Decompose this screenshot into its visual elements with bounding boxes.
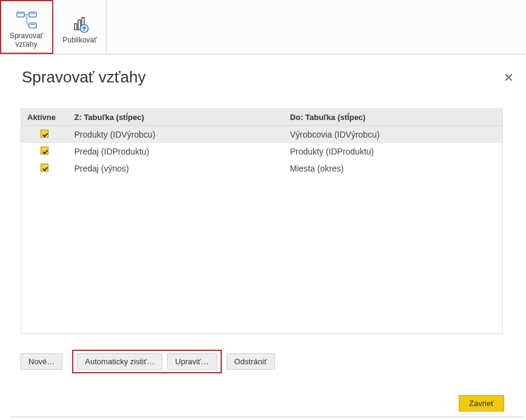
highlighted-button-group: Automaticky zistiť… Upraviť…	[72, 350, 221, 373]
relationships-icon	[16, 9, 38, 31]
active-cell	[21, 160, 68, 177]
table-row[interactable]: Produkty (IDVýrobcu)Výrobcovia (IDVýrobc…	[21, 126, 503, 144]
publish-icon	[70, 13, 90, 35]
relationships-table: Aktívne Z: Tabuľka (stĺpec) Do: Tabuľka …	[21, 108, 503, 334]
table-row[interactable]: Predaj (výnos)Miesta (okres)	[21, 160, 503, 177]
active-checkbox[interactable]	[41, 130, 48, 138]
col-header-active[interactable]: Aktívne	[21, 109, 68, 126]
col-header-to[interactable]: Do: Tabuľka (stĺpec)	[284, 109, 503, 126]
from-cell: Produkty (IDVýrobcu)	[68, 126, 284, 144]
from-cell: Predaj (IDProduktu)	[68, 143, 284, 160]
svg-rect-1	[29, 12, 36, 17]
new-button[interactable]: Nové…	[21, 353, 62, 370]
to-cell: Výrobcovia (IDVýrobcu)	[284, 126, 503, 144]
dialog-title: Spravovať vzťahy	[22, 68, 505, 87]
close-button[interactable]: Zavrieť	[459, 395, 504, 412]
table-row[interactable]: Predaj (IDProduktu)Produkty (IDProduktu)	[21, 143, 503, 160]
svg-rect-6	[75, 24, 77, 30]
svg-rect-0	[17, 12, 24, 17]
to-cell: Miesta (okres)	[284, 160, 503, 177]
to-cell: Produkty (IDProduktu)	[284, 143, 503, 160]
manage-relationships-dialog: ✕ Spravovať vzťahy Aktívne Z: Tabuľka (s…	[0, 68, 526, 412]
manage-relationships-button[interactable]: Spravovať vzťahy	[0, 0, 53, 54]
col-header-from[interactable]: Z: Tabuľka (stĺpec)	[68, 109, 284, 126]
delete-button[interactable]: Odstrániť	[227, 353, 275, 370]
active-checkbox[interactable]	[41, 147, 48, 155]
ribbon: Spravovať vzťahy Publikovať	[0, 0, 526, 55]
autodetect-button[interactable]: Automaticky zistiť…	[77, 353, 162, 370]
publish-button[interactable]: Publikovať	[53, 0, 107, 54]
active-checkbox[interactable]	[41, 164, 48, 172]
dialog-button-row: Nové… Automaticky zistiť… Upraviť… Odstr…	[21, 350, 505, 373]
from-cell: Predaj (výnos)	[68, 160, 284, 177]
dialog-footer: Zavrieť	[21, 395, 505, 412]
active-cell	[21, 126, 68, 144]
publish-label: Publikovať	[62, 36, 97, 45]
edit-button[interactable]: Upraviť…	[167, 353, 216, 370]
svg-rect-2	[29, 23, 36, 28]
manage-relationships-label: Spravovať vzťahy	[10, 32, 43, 49]
active-cell	[21, 143, 68, 160]
close-icon[interactable]: ✕	[504, 72, 514, 84]
